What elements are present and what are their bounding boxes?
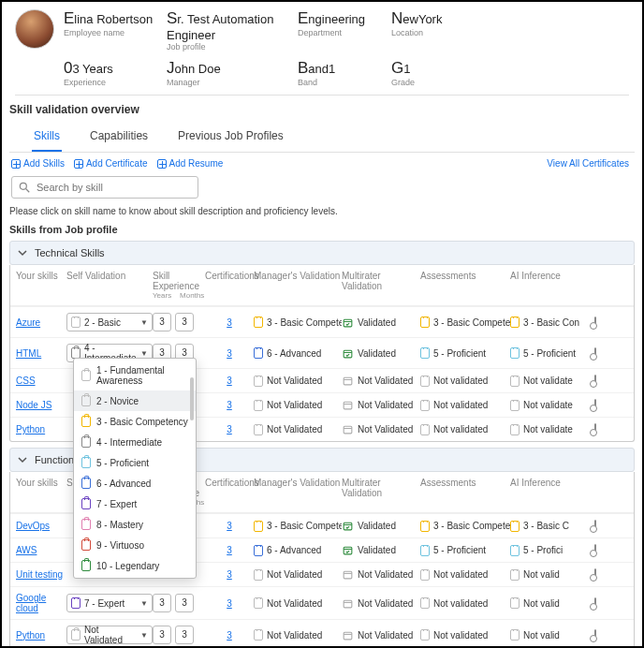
- years-input[interactable]: 3: [153, 626, 171, 644]
- months-input[interactable]: 3: [175, 313, 194, 331]
- profile-field-label: Manager: [167, 78, 288, 87]
- ai-inference-value: 5 - Proficient: [523, 348, 576, 359]
- skill-link[interactable]: DevOps: [16, 521, 50, 531]
- chevron-down-icon: [18, 248, 27, 258]
- self-validation-select[interactable]: Not Validated ▼: [66, 626, 153, 644]
- plus-icon: [157, 159, 167, 169]
- profile-field-value: NewYork: [391, 9, 476, 28]
- months-input[interactable]: 3: [175, 626, 194, 644]
- ai-inference-value: 3 - Basic Con: [523, 317, 579, 328]
- clipboard-icon: [420, 424, 430, 435]
- clipboard-icon: [420, 569, 430, 581]
- profile-field-label: Location: [391, 28, 476, 37]
- clipboard-icon: [254, 376, 263, 387]
- level-option[interactable]: 10 - Legendary: [74, 555, 196, 576]
- skill-link[interactable]: Node JS: [16, 400, 51, 410]
- years-input[interactable]: 3: [153, 594, 171, 612]
- assessment-value: 5 - Proficient: [433, 545, 486, 555]
- view-details-icon[interactable]: [594, 544, 596, 556]
- add-skills-link[interactable]: Add Skills: [11, 158, 65, 169]
- level-option[interactable]: 8 - Mastery: [74, 514, 196, 535]
- skill-link[interactable]: CSS: [16, 376, 36, 386]
- multirater-value: Not Validated: [358, 569, 413, 580]
- view-details-icon[interactable]: [594, 347, 596, 360]
- profile-field-value: G1: [391, 59, 476, 78]
- level-option[interactable]: 1 - Fundamental Awareness: [74, 361, 196, 390]
- multirater-value: Not Validated: [358, 424, 413, 434]
- add-skills-label: Add Skills: [23, 158, 65, 169]
- multirater-value: Not Validated: [358, 630, 413, 641]
- cert-count-link[interactable]: 3: [205, 317, 254, 328]
- clipboard-icon: [510, 597, 520, 609]
- skill-link[interactable]: HTML: [16, 348, 41, 359]
- level-dropdown[interactable]: 1 - Fundamental Awareness 2 - Novice 3 -…: [73, 358, 197, 579]
- level-option[interactable]: 7 - Expert: [74, 493, 196, 514]
- level-option-label: 8 - Mastery: [96, 520, 143, 530]
- multirater-value: Not Validated: [358, 598, 413, 609]
- level-option[interactable]: 4 - Intermediate: [74, 432, 196, 452]
- view-details-icon[interactable]: [594, 568, 596, 581]
- svg-point-0: [20, 183, 26, 189]
- add-resume-link[interactable]: Add Resume: [157, 158, 224, 169]
- table-row: Azure 2 - Basic ▼ 3 3 3 3 - Basic Compet…: [10, 306, 634, 337]
- search-box[interactable]: [11, 176, 198, 199]
- cert-count-link[interactable]: 3: [205, 521, 254, 531]
- clipboard-icon: [81, 395, 91, 406]
- svg-rect-8: [344, 547, 352, 554]
- months-input[interactable]: 3: [175, 594, 194, 612]
- ai-inference-value: Not valid: [523, 598, 560, 609]
- years-input[interactable]: 3: [153, 313, 171, 331]
- level-option[interactable]: 6 - Advanced: [74, 473, 196, 493]
- validated-icon: [342, 568, 354, 581]
- cert-count-link[interactable]: 3: [205, 545, 254, 555]
- cert-count-link[interactable]: 3: [205, 376, 254, 386]
- view-details-icon[interactable]: [594, 597, 596, 610]
- cert-count-link[interactable]: 3: [205, 400, 254, 410]
- skill-link[interactable]: Unit testing: [16, 569, 63, 580]
- profile-field-value: 03 Years: [64, 59, 157, 78]
- self-validation-select[interactable]: 2 - Basic ▼: [66, 313, 153, 331]
- clipboard-icon: [420, 400, 430, 411]
- level-option[interactable]: 5 - Proficient: [74, 452, 196, 473]
- cert-count-link[interactable]: 3: [205, 598, 254, 609]
- technical-skills-header[interactable]: Technical Skills: [9, 241, 635, 265]
- view-details-icon[interactable]: [594, 317, 596, 329]
- clipboard-icon: [510, 521, 520, 532]
- view-details-icon[interactable]: [594, 423, 596, 435]
- level-option[interactable]: 3 - Basic Competency: [74, 411, 196, 432]
- tab-capabilities[interactable]: Capabilities: [88, 122, 150, 152]
- view-details-icon[interactable]: [594, 629, 596, 641]
- validated-icon: [342, 544, 354, 556]
- manager-validation-value: 3 - Basic Competency: [267, 521, 342, 531]
- svg-rect-3: [344, 350, 352, 358]
- skill-link[interactable]: Python: [16, 630, 45, 641]
- assessment-value: Not validated: [433, 630, 488, 641]
- self-validation-select[interactable]: 7 - Expert ▼: [66, 594, 153, 612]
- search-input[interactable]: [37, 182, 192, 193]
- view-details-icon[interactable]: [594, 375, 596, 387]
- add-certificate-link[interactable]: Add Certificate: [74, 158, 148, 169]
- cert-count-link[interactable]: 3: [205, 569, 254, 580]
- view-details-icon[interactable]: [594, 399, 596, 411]
- self-validation-value: 7 - Expert: [84, 598, 124, 609]
- skill-link[interactable]: Azure: [16, 317, 40, 328]
- clipboard-icon: [510, 376, 520, 387]
- skill-link[interactable]: AWS: [16, 545, 37, 555]
- view-all-certificates-link[interactable]: View All Certificates: [547, 158, 629, 169]
- tab-skills[interactable]: Skills: [32, 122, 62, 152]
- cert-count-link[interactable]: 3: [205, 424, 254, 434]
- manager-validation-value: Not Validated: [267, 630, 322, 641]
- cert-count-link[interactable]: 3: [205, 348, 254, 359]
- assessment-value: Not validated: [433, 569, 488, 580]
- caret-down-icon: ▼: [140, 631, 148, 640]
- clipboard-icon: [71, 597, 80, 609]
- cert-count-link[interactable]: 3: [205, 630, 254, 641]
- tab-previous-job-profiles[interactable]: Previous Job Profiles: [176, 122, 285, 152]
- skill-link[interactable]: Google cloud: [16, 593, 46, 613]
- level-option[interactable]: 9 - Virtuoso: [74, 535, 196, 555]
- skill-link[interactable]: Python: [16, 424, 45, 434]
- view-details-icon[interactable]: [594, 520, 596, 532]
- clipboard-icon: [81, 498, 91, 509]
- profile-field-label: Experience: [64, 78, 157, 87]
- level-option[interactable]: 2 - Novice: [74, 390, 196, 411]
